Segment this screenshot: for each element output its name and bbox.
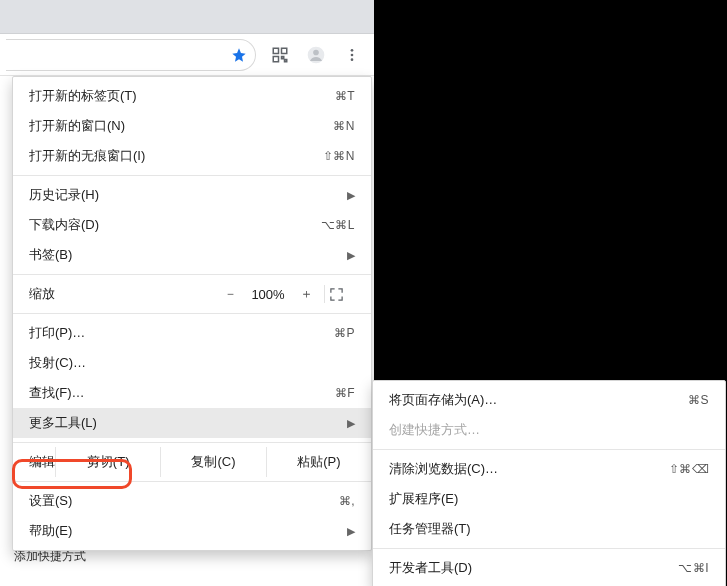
menu-item-label: 创建快捷方式… <box>389 421 480 439</box>
menu-item-shortcut: ⌘S <box>688 393 709 407</box>
submenu-save-page[interactable]: 将页面存储为(A)… ⌘S <box>373 385 725 415</box>
submenu-dev-tools[interactable]: 开发者工具(D) ⌥⌘I <box>373 553 725 583</box>
svg-rect-3 <box>282 56 284 58</box>
menu-cast[interactable]: 投射(C)… <box>13 348 371 378</box>
zoom-value: 100% <box>244 287 292 302</box>
menu-item-label: 下载内容(D) <box>29 216 99 234</box>
menu-help[interactable]: 帮助(E) ▶ <box>13 516 371 546</box>
menu-item-label: 清除浏览数据(C)… <box>389 460 498 478</box>
submenu-arrow-icon: ▶ <box>347 189 355 202</box>
zoom-in-button[interactable]: ＋ <box>292 285 320 303</box>
menu-item-label: 打开新的无痕窗口(I) <box>29 147 145 165</box>
menu-item-label: 投射(C)… <box>29 354 86 372</box>
menu-item-label: 设置(S) <box>29 492 72 510</box>
zoom-controls: － 100% ＋ <box>216 285 355 303</box>
fullscreen-icon[interactable] <box>329 287 355 302</box>
browser-chrome <box>0 0 374 76</box>
menu-item-label: 打印(P)… <box>29 324 85 342</box>
menu-item-label: 历史记录(H) <box>29 186 99 204</box>
menu-settings[interactable]: 设置(S) ⌘, <box>13 486 371 516</box>
menu-item-label: 任务管理器(T) <box>389 520 471 538</box>
menu-item-label: 帮助(E) <box>29 522 72 540</box>
menu-item-shortcut: ⌘P <box>334 326 355 340</box>
menu-more-tools[interactable]: 更多工具(L) ▶ <box>13 408 371 438</box>
menu-item-label: 查找(F)… <box>29 384 85 402</box>
menu-item-shortcut: ⇧⌘⌫ <box>669 462 710 476</box>
menu-item-shortcut: ⌥⌘I <box>678 561 709 575</box>
svg-rect-0 <box>273 48 278 53</box>
submenu-arrow-icon: ▶ <box>347 249 355 262</box>
menu-item-shortcut: ⌘, <box>339 494 355 508</box>
edit-copy-button[interactable]: 复制(C) <box>160 447 265 477</box>
menu-new-incognito[interactable]: 打开新的无痕窗口(I) ⇧⌘N <box>13 141 371 171</box>
submenu-extensions[interactable]: 扩展程序(E) <box>373 484 725 514</box>
edit-cut-button[interactable]: 剪切(T) <box>55 447 160 477</box>
menu-item-label: 开发者工具(D) <box>389 559 472 577</box>
menu-new-tab[interactable]: 打开新的标签页(T) ⌘T <box>13 81 371 111</box>
menu-item-label: 打开新的标签页(T) <box>29 87 137 105</box>
menu-separator <box>13 481 371 482</box>
menu-print[interactable]: 打印(P)… ⌘P <box>13 318 371 348</box>
menu-item-label: 书签(B) <box>29 246 72 264</box>
menu-edit: 编辑 剪切(T) 复制(C) 粘贴(P) <box>13 447 371 477</box>
menu-zoom: 缩放 － 100% ＋ <box>13 279 371 309</box>
svg-point-6 <box>313 49 319 55</box>
menu-separator <box>13 313 371 314</box>
menu-downloads[interactable]: 下载内容(D) ⌥⌘L <box>13 210 371 240</box>
kebab-menu-icon[interactable] <box>336 39 368 71</box>
svg-point-7 <box>351 49 354 52</box>
main-menu: 打开新的标签页(T) ⌘T 打开新的窗口(N) ⌘N 打开新的无痕窗口(I) ⇧… <box>12 76 372 551</box>
menu-item-shortcut: ⇧⌘N <box>323 149 355 163</box>
menu-item-label: 编辑 <box>13 453 55 471</box>
submenu-arrow-icon: ▶ <box>347 417 355 430</box>
bookmark-star-icon[interactable] <box>231 47 247 63</box>
divider <box>324 285 325 303</box>
menu-item-shortcut: ⌘F <box>335 386 355 400</box>
submenu-create-shortcut: 创建快捷方式… <box>373 415 725 445</box>
tab-strip[interactable] <box>0 0 374 34</box>
qr-icon[interactable] <box>264 39 296 71</box>
address-bar[interactable] <box>6 39 256 71</box>
svg-rect-4 <box>285 59 287 61</box>
menu-item-label: 更多工具(L) <box>29 414 97 432</box>
submenu-task-manager[interactable]: 任务管理器(T) <box>373 514 725 544</box>
svg-rect-1 <box>282 48 287 53</box>
more-tools-submenu: 将页面存储为(A)… ⌘S 创建快捷方式… 清除浏览数据(C)… ⇧⌘⌫ 扩展程… <box>372 380 726 586</box>
submenu-clear-data[interactable]: 清除浏览数据(C)… ⇧⌘⌫ <box>373 454 725 484</box>
svg-point-9 <box>351 58 354 61</box>
edit-paste-button[interactable]: 粘贴(P) <box>266 447 371 477</box>
profile-avatar-icon[interactable] <box>300 39 332 71</box>
menu-separator <box>13 175 371 176</box>
svg-rect-2 <box>273 56 278 61</box>
menu-find[interactable]: 查找(F)… ⌘F <box>13 378 371 408</box>
submenu-arrow-icon: ▶ <box>347 525 355 538</box>
menu-item-shortcut: ⌘N <box>333 119 355 133</box>
toolbar <box>0 34 374 76</box>
menu-separator <box>13 442 371 443</box>
menu-item-shortcut: ⌥⌘L <box>321 218 355 232</box>
menu-item-label: 打开新的窗口(N) <box>29 117 125 135</box>
menu-item-label: 将页面存储为(A)… <box>389 391 497 409</box>
menu-separator <box>373 548 725 549</box>
menu-item-label: 缩放 <box>29 285 55 303</box>
zoom-out-button[interactable]: － <box>216 285 244 303</box>
svg-point-8 <box>351 53 354 56</box>
menu-item-label: 扩展程序(E) <box>389 490 458 508</box>
menu-item-shortcut: ⌘T <box>335 89 355 103</box>
menu-bookmarks[interactable]: 书签(B) ▶ <box>13 240 371 270</box>
menu-separator <box>373 449 725 450</box>
menu-separator <box>13 274 371 275</box>
menu-new-window[interactable]: 打开新的窗口(N) ⌘N <box>13 111 371 141</box>
menu-history[interactable]: 历史记录(H) ▶ <box>13 180 371 210</box>
